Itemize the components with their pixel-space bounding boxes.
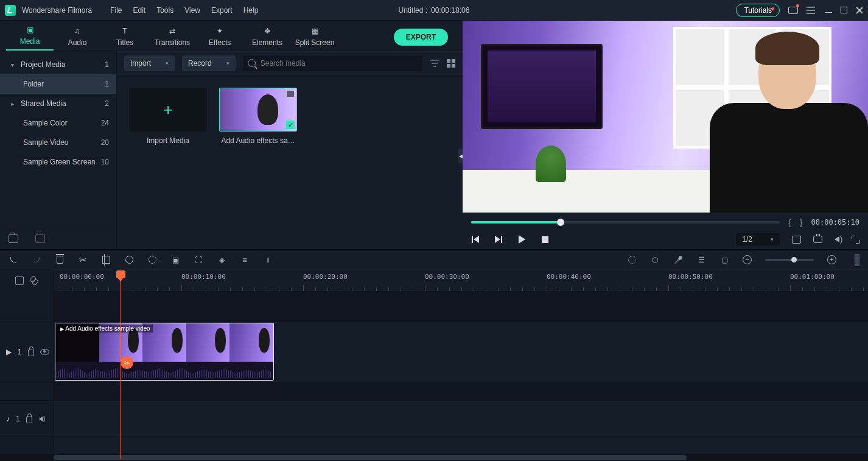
video-track-header[interactable]: ▶1 — [0, 322, 53, 382]
preview-viewport[interactable] — [463, 21, 868, 213]
speed-icon[interactable] — [124, 255, 134, 265]
audio-meter[interactable] — [855, 254, 859, 266]
tab-split-screen[interactable]: ▦Split Screen — [291, 26, 338, 51]
lock-icon[interactable] — [26, 417, 32, 423]
prev-frame-button[interactable] — [471, 235, 480, 244]
color-icon[interactable] — [147, 255, 157, 265]
timeline-zoom-slider[interactable] — [765, 259, 814, 261]
sidebar-item-project-media[interactable]: ▾Project Media1 — [0, 55, 116, 74]
marker-icon[interactable]: ⬡ — [650, 255, 660, 265]
sidebar-item-sample-color[interactable]: Sample Color24 — [0, 113, 116, 133]
keyframe-icon[interactable]: ◈ — [217, 255, 226, 265]
delete-icon[interactable] — [55, 255, 65, 265]
sidebar-label: Shared Media — [21, 99, 66, 108]
sidebar-label: Sample Green Screen — [23, 158, 96, 166]
new-folder-icon[interactable] — [9, 234, 18, 243]
menu-file[interactable]: File — [110, 6, 122, 15]
menu-tools[interactable]: Tools — [156, 6, 173, 15]
display-quality-icon[interactable] — [792, 236, 801, 244]
preview-zoom-dropdown[interactable]: 1/2▾ — [736, 233, 780, 245]
next-frame-button[interactable] — [494, 235, 503, 244]
timeline-clip[interactable]: Add Audio effects sample video — [55, 323, 274, 381]
scrubber-handle[interactable] — [557, 219, 564, 226]
tab-media[interactable]: ▣Media — [6, 24, 54, 51]
voiceover-icon[interactable]: 🎤 — [673, 255, 683, 265]
split-icon[interactable]: ✂ — [78, 255, 88, 265]
folder-icon[interactable] — [35, 234, 45, 243]
audio-track-lane[interactable] — [54, 401, 868, 437]
render-icon[interactable] — [627, 255, 637, 265]
record-dropdown[interactable]: Record▾ — [182, 55, 236, 71]
window-minimize-icon[interactable] — [825, 8, 832, 13]
clip-title: Add Audio effects sample video — [58, 325, 153, 333]
zoom-out-button[interactable]: − — [743, 255, 752, 264]
tab-effects[interactable]: ✦Effects — [196, 26, 243, 51]
mixer-icon[interactable]: ☰ — [696, 255, 706, 265]
tab-audio[interactable]: ♫Audio — [54, 26, 101, 51]
messages-icon[interactable] — [788, 5, 798, 15]
media-panel: ▣Media ♫Audio TTitles ⇄Transitions ✦Effe… — [0, 21, 463, 249]
tab-transitions[interactable]: ⇄Transitions — [149, 26, 196, 51]
split-icon: ▦ — [291, 26, 338, 37]
menu-export[interactable]: Export — [211, 6, 233, 15]
ruler-label: 00:00:40:00 — [547, 273, 591, 281]
media-clip-tile[interactable]: ✓ Add Audio effects sa… — [219, 88, 297, 145]
stop-button[interactable] — [541, 235, 549, 244]
fullscreen-icon[interactable] — [852, 236, 859, 244]
timeline-ruler[interactable]: ✂ 00:00:00:0000:00:10:0000:00:20:0000:00… — [54, 270, 868, 291]
timeline-lanes[interactable]: Add Audio effects sample video — [54, 291, 868, 454]
window-maximize-icon[interactable] — [841, 7, 847, 13]
search-field[interactable] — [243, 55, 422, 71]
sidebar-item-sample-green-screen[interactable]: Sample Green Screen10 — [0, 152, 116, 172]
import-dropdown[interactable]: Import▾ — [124, 55, 175, 71]
ruler-label: 00:00:20:00 — [303, 273, 348, 281]
undo-icon[interactable] — [9, 255, 18, 265]
tab-label: Media — [20, 37, 40, 46]
tab-elements[interactable]: ❖Elements — [243, 26, 291, 51]
adjust-icon[interactable]: ≡ — [240, 255, 250, 265]
search-input[interactable] — [261, 59, 418, 68]
playhead-cut-handle[interactable]: ✂ — [121, 356, 133, 369]
picture-icon[interactable]: ▢ — [719, 255, 729, 265]
tutorials-button[interactable]: Tutorials — [736, 4, 780, 17]
manage-tracks-icon[interactable] — [15, 276, 24, 285]
scrubber-progress — [471, 221, 561, 223]
menu-help[interactable]: Help — [243, 6, 259, 15]
search-icon — [248, 59, 256, 67]
volume-icon[interactable] — [835, 236, 839, 242]
crop-zoom-icon[interactable]: ⛶ — [194, 255, 203, 265]
import-media-tile[interactable]: + Import Media — [129, 88, 207, 145]
menu-view[interactable]: View — [184, 6, 200, 15]
window-close-icon[interactable] — [856, 7, 863, 14]
snapshot-icon[interactable] — [813, 236, 822, 243]
video-track-lane[interactable]: Add Audio effects sample video — [54, 322, 868, 382]
preview-scrubber[interactable] — [471, 221, 780, 223]
preview-content — [481, 44, 603, 129]
grid-view-icon[interactable] — [447, 59, 455, 68]
link-icon[interactable] — [30, 276, 38, 285]
green-screen-icon[interactable]: ▣ — [170, 255, 180, 265]
export-button[interactable]: EXPORT — [394, 29, 448, 46]
timeline-scrollbar[interactable] — [0, 454, 868, 461]
sidebar-item-sample-video[interactable]: Sample Video20 — [0, 133, 116, 152]
folder-icon: ▣ — [6, 24, 54, 35]
play-button[interactable] — [517, 235, 526, 244]
zoom-in-button[interactable]: + — [827, 255, 836, 264]
mark-in-button[interactable]: { — [788, 217, 791, 227]
audio-track-header[interactable]: ♪1 — [0, 401, 53, 437]
timeline-toolbar: ✂ ▣ ⛶ ◈ ≡ ⦀ ⬡ 🎤 ☰ ▢ − + — [0, 250, 868, 270]
tab-titles[interactable]: TTitles — [101, 26, 149, 51]
filter-icon[interactable] — [430, 58, 439, 68]
visibility-icon[interactable] — [40, 349, 49, 355]
sidebar-item-shared-media[interactable]: ▸Shared Media2 — [0, 94, 116, 113]
mark-out-button[interactable]: } — [800, 217, 803, 227]
crop-icon[interactable] — [101, 255, 111, 265]
sidebar-item-folder[interactable]: Folder1 — [0, 74, 116, 94]
audio-adjust-icon[interactable]: ⦀ — [263, 255, 273, 265]
redo-icon[interactable] — [32, 255, 41, 265]
chevron-down-icon: ▾ — [166, 60, 169, 66]
menu-edit[interactable]: Edit — [133, 6, 146, 15]
tasklist-icon[interactable] — [807, 5, 816, 15]
mute-icon[interactable] — [38, 417, 42, 421]
lock-icon[interactable] — [28, 350, 34, 356]
